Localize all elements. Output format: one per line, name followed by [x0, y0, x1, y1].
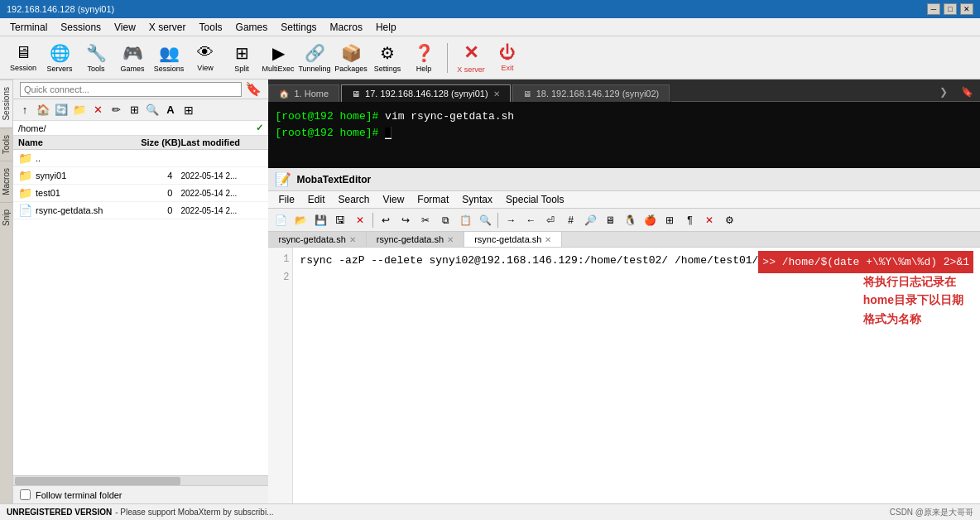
- bookmark-icon[interactable]: 🔖: [245, 81, 262, 97]
- col-size-header[interactable]: Size (KB): [122, 137, 180, 147]
- games-button[interactable]: 🎮 Games: [116, 41, 149, 75]
- bookmark-tabs-icon[interactable]: 🔖: [954, 83, 980, 102]
- editor-tab-1[interactable]: rsync-getdata.sh ✕: [268, 232, 366, 247]
- menu-games[interactable]: Games: [229, 20, 275, 35]
- menu-macros[interactable]: Macros: [324, 20, 369, 35]
- editor-content[interactable]: 1 2 rsync -azP --delete synyi02@192.168.…: [268, 248, 980, 503]
- split-button[interactable]: ⊞ Split: [225, 41, 258, 75]
- editor-close-btn[interactable]: ✕: [351, 211, 369, 229]
- list-item[interactable]: 📁 ..: [13, 150, 268, 167]
- tab-home[interactable]: 🏠 1. Home: [268, 84, 339, 102]
- list-item[interactable]: 📄 rsync-getdata.sh 0 2022-05-14 2...: [13, 202, 268, 219]
- editor-menu-syntax[interactable]: Syntax: [455, 191, 499, 208]
- editor-saveas-btn[interactable]: 🖫: [331, 211, 349, 229]
- editor-tab-1-close[interactable]: ✕: [349, 235, 356, 244]
- editor-save-btn[interactable]: 💾: [311, 211, 329, 229]
- editor-linux-btn[interactable]: 🐧: [621, 211, 639, 229]
- editor-tab-2[interactable]: rsync-getdata.sh ✕: [367, 232, 464, 247]
- nav-text-button[interactable]: A: [162, 102, 179, 118]
- scrollbar[interactable]: [13, 475, 268, 485]
- tab-session18[interactable]: 🖥 18. 192.168.146.129 (synyi02): [512, 84, 670, 102]
- editor-runscript-btn[interactable]: ✕: [700, 211, 718, 229]
- editor-tab-2-close[interactable]: ✕: [447, 235, 454, 244]
- editor-cut-btn[interactable]: ✂: [416, 211, 435, 229]
- editor-tab-3-close[interactable]: ✕: [545, 235, 551, 244]
- editor-undo-btn[interactable]: ↩: [377, 211, 395, 229]
- nav-rename-button[interactable]: ✏: [108, 102, 124, 118]
- col-name-header[interactable]: Name: [18, 137, 122, 147]
- list-item[interactable]: 📁 synyi01 4 2022-05-14 2...: [13, 167, 268, 185]
- nav-grid-button[interactable]: ⊞: [180, 102, 197, 118]
- editor-open-btn[interactable]: 📂: [291, 211, 310, 229]
- col-modified-header[interactable]: Last modified: [180, 137, 263, 147]
- editor-tab-3[interactable]: rsync-getdata.sh ✕: [464, 232, 562, 247]
- menu-terminal[interactable]: Terminal: [3, 20, 54, 35]
- editor-wordwrap-btn[interactable]: ⏎: [541, 211, 560, 229]
- editor-monitor-btn[interactable]: 🖥: [601, 211, 619, 229]
- tab-session17[interactable]: 🖥 17. 192.168.146.128 (synyi01) ✕: [341, 84, 511, 102]
- packages-button[interactable]: 📦 Packages: [334, 41, 368, 75]
- nav-up-button[interactable]: ↑: [17, 102, 33, 118]
- multiexec-button[interactable]: ▶ MultiExec: [262, 41, 295, 75]
- terminal-window[interactable]: [root@192 home]# vim rsync-getdata.sh [r…: [268, 102, 980, 168]
- menu-tools[interactable]: Tools: [193, 20, 229, 35]
- menu-settings[interactable]: Settings: [274, 20, 323, 35]
- help-button[interactable]: ❓ Help: [407, 41, 440, 75]
- editor-menu-file[interactable]: File: [271, 191, 300, 208]
- xserver-button[interactable]: ✕ X server: [454, 41, 488, 75]
- close-button[interactable]: ✕: [960, 3, 973, 15]
- follow-terminal-checkbox[interactable]: [20, 489, 31, 500]
- editor-linenum-btn[interactable]: #: [561, 211, 579, 229]
- nav-refresh-button[interactable]: 🔄: [53, 102, 70, 118]
- nav-delete-button[interactable]: ✕: [89, 102, 106, 118]
- menu-sessions[interactable]: Sessions: [54, 20, 108, 35]
- editor-menu-view[interactable]: View: [377, 191, 411, 208]
- editor-settings-btn2[interactable]: ⚙: [720, 211, 738, 229]
- code-area[interactable]: rsync -azP --delete synyi02@192.168.146.…: [293, 248, 980, 503]
- tools-button[interactable]: 🔧 Tools: [79, 41, 113, 75]
- editor-menu-format[interactable]: Format: [411, 191, 455, 208]
- toolbar-sep1: [372, 213, 373, 228]
- scroll-tabs-right[interactable]: ❯: [933, 83, 954, 102]
- nav-new-folder-button[interactable]: 📁: [71, 102, 88, 118]
- menu-xserver[interactable]: X server: [142, 20, 193, 35]
- editor-copy-btn[interactable]: ⧉: [436, 211, 454, 229]
- editor-paste-btn[interactable]: 📋: [456, 211, 474, 229]
- editor-newline-btn[interactable]: ¶: [680, 211, 699, 229]
- list-item[interactable]: 📁 test01 0 2022-05-14 2...: [13, 185, 268, 202]
- servers-button[interactable]: 🌐 Servers: [43, 41, 76, 75]
- editor-menu-special[interactable]: Special Tools: [499, 191, 571, 208]
- side-tab-snip[interactable]: Snip: [0, 202, 12, 233]
- tunneling-button[interactable]: 🔗 Tunneling: [298, 41, 331, 75]
- view-button[interactable]: 👁 View: [189, 41, 222, 75]
- nav-home-button[interactable]: 🏠: [35, 102, 51, 118]
- editor-menu-search[interactable]: Search: [332, 191, 377, 208]
- maximize-button[interactable]: □: [944, 3, 957, 15]
- terminal-cursor: █: [385, 127, 392, 139]
- editor-zoom-btn[interactable]: 🔎: [581, 211, 599, 229]
- minimize-button[interactable]: ─: [927, 3, 940, 15]
- menu-view[interactable]: View: [108, 20, 142, 35]
- tab-session17-close[interactable]: ✕: [493, 89, 500, 99]
- editor-menu-edit[interactable]: Edit: [301, 191, 332, 208]
- editor-redo-btn[interactable]: ↪: [396, 211, 415, 229]
- editor-find-btn[interactable]: 🔍: [476, 211, 494, 229]
- nav-copy-button[interactable]: ⊞: [126, 102, 142, 118]
- session-button[interactable]: 🖥 Session: [7, 41, 40, 75]
- code-annotation: 将执行日志记录在home目录下以日期格式为名称: [863, 272, 963, 328]
- editor-windows-btn[interactable]: ⊞: [661, 211, 679, 229]
- quick-connect-input[interactable]: [20, 82, 242, 97]
- exit-button[interactable]: ⏻ Exit: [491, 41, 524, 75]
- side-tab-sessions[interactable]: Sessions: [0, 79, 12, 128]
- menu-bar: Terminal Sessions View X server Tools Ga…: [0, 18, 980, 36]
- editor-apple-btn[interactable]: 🍎: [641, 211, 659, 229]
- menu-help[interactable]: Help: [369, 20, 403, 35]
- sessions-button[interactable]: 👥 Sessions: [152, 41, 185, 75]
- editor-new-btn[interactable]: 📄: [271, 211, 290, 229]
- editor-outdent-btn[interactable]: ←: [521, 211, 540, 229]
- editor-indent-btn[interactable]: →: [502, 211, 520, 229]
- settings-button[interactable]: ⚙ Settings: [371, 41, 404, 75]
- side-tab-macros[interactable]: Macros: [0, 161, 12, 202]
- nav-filter-button[interactable]: 🔍: [144, 102, 161, 118]
- side-tab-tools[interactable]: Tools: [0, 128, 12, 161]
